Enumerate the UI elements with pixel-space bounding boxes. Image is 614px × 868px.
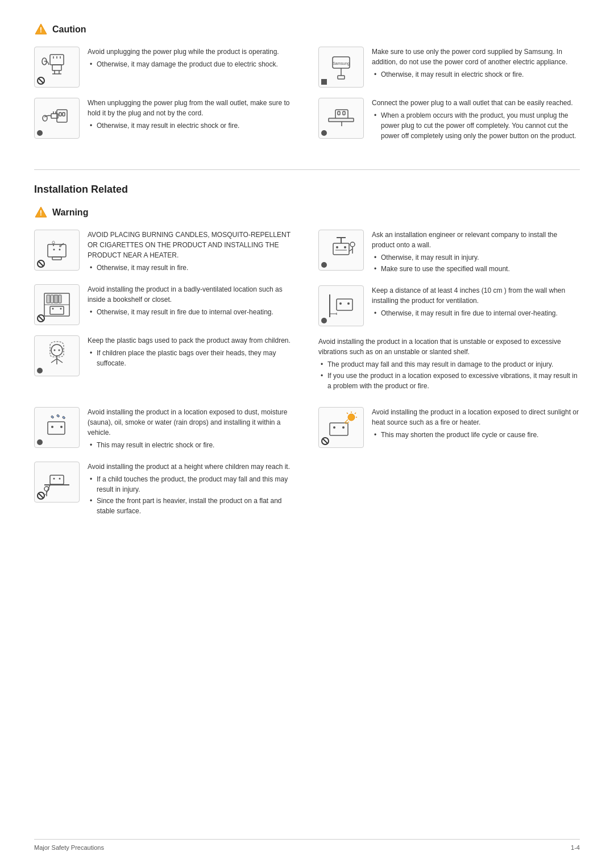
caution-block-1: Avoid unplugging the power plug while th… xyxy=(34,47,296,88)
no-symbol-w2 xyxy=(37,314,45,322)
caution-section: ! Caution xyxy=(34,23,580,152)
caution-title: Caution xyxy=(52,24,86,35)
svg-point-74 xyxy=(59,478,61,480)
warning-two-col-2: Avoid installing the product in a locati… xyxy=(34,407,580,528)
svg-rect-12 xyxy=(59,113,61,116)
warning-right-col: Ask an installation engineer or relevant… xyxy=(318,230,580,401)
warning-bullet-w4-1: This may result in electric shock or fir… xyxy=(88,440,296,450)
warning-block-w1: AVOID PLACING BURNING CANDLES, MOSQUITO-… xyxy=(34,230,296,274)
svg-rect-62 xyxy=(337,299,352,310)
svg-line-83 xyxy=(347,413,348,414)
svg-line-49 xyxy=(57,359,63,363)
svg-point-41 xyxy=(60,308,62,310)
plug-icon xyxy=(40,50,74,84)
caution-right-col: Samsung Make sure to use only the power … xyxy=(318,47,580,152)
svg-rect-43 xyxy=(51,295,53,303)
svg-point-35 xyxy=(53,249,55,251)
warning-block-wr3: Avoid installing the product in a locati… xyxy=(318,337,580,391)
warning-text-w1: AVOID PLACING BURNING CANDLES, MOSQUITO-… xyxy=(88,230,296,274)
caution-icon-1 xyxy=(34,47,80,88)
svg-rect-13 xyxy=(63,113,65,116)
warning-text-wr4: Avoid installing the product in a locati… xyxy=(372,407,580,441)
warning-title: Warning xyxy=(52,207,88,218)
warning-text-w2: Avoid installing the product in a badly-… xyxy=(88,284,296,318)
caution-icon-r1: Samsung xyxy=(318,47,364,88)
height-children-icon xyxy=(40,465,74,499)
warning-right-col-2: Avoid installing the product in a locati… xyxy=(318,407,580,528)
svg-rect-68 xyxy=(48,422,65,434)
warning-block-wr1: Ask an installation engineer or relevant… xyxy=(318,230,580,275)
dot-wr2 xyxy=(321,318,327,323)
warning-header: ! Warning xyxy=(34,206,580,219)
dot-w4 xyxy=(37,439,43,445)
svg-rect-2 xyxy=(50,55,64,65)
dot-r1 xyxy=(321,79,327,85)
warning-block-wr2: Keep a distance of at least 4 inches (10… xyxy=(318,285,580,326)
moisture-monitor-icon xyxy=(40,410,74,445)
caution-left-col: Avoid unplugging the power plug while th… xyxy=(34,47,296,152)
no-symbol-1 xyxy=(37,77,45,85)
warning-text-wr1-main: Ask an installation engineer or relevant… xyxy=(372,230,580,250)
warning-icon-wr2 xyxy=(318,285,364,326)
warning-bullet-wr3-1: The product may fall and this may result… xyxy=(318,359,580,369)
samsung-cord-icon: Samsung xyxy=(324,50,358,84)
warning-text-w4: Avoid installing the product in a locati… xyxy=(88,407,296,451)
caution-block-r1: Samsung Make sure to use only the power … xyxy=(318,47,580,88)
candle-monitor-icon xyxy=(40,233,74,267)
caution-text-r2-main: Connect the power plug to a wall outlet … xyxy=(372,98,580,108)
warning-bullet-w1-1: Otherwise, it may result in fire. xyxy=(88,263,296,273)
svg-point-54 xyxy=(344,246,346,248)
warning-block-wr4: Avoid installing the product in a locati… xyxy=(318,407,580,448)
dot-wr1 xyxy=(321,262,327,268)
dot-symbol-2 xyxy=(37,130,43,136)
svg-point-85 xyxy=(333,426,335,429)
warning-bullet-w3-1: If children place the plastic bags over … xyxy=(88,348,296,368)
svg-point-36 xyxy=(59,249,61,251)
warning-block-w4: Avoid installing the product in a locati… xyxy=(34,407,296,451)
bookshelf-monitor-icon xyxy=(40,288,74,322)
svg-rect-29 xyxy=(48,244,66,257)
warning-block-w5: Avoid installing the product at a height… xyxy=(34,462,296,517)
caution-icon: ! xyxy=(34,23,48,36)
warning-icon-wr4 xyxy=(318,407,364,448)
svg-rect-44 xyxy=(54,295,58,303)
warning-text-w2-main: Avoid installing the product in a badly-… xyxy=(88,284,296,305)
warning-text-w3: Keep the plastic bags used to pack the p… xyxy=(88,335,296,369)
caution-icon-2 xyxy=(34,98,80,139)
svg-rect-42 xyxy=(47,295,50,303)
svg-rect-39 xyxy=(50,306,64,314)
svg-rect-21 xyxy=(338,76,345,79)
svg-rect-25 xyxy=(343,111,345,115)
warning-text-wr2-main: Keep a distance of at least 4 inches (10… xyxy=(372,285,580,306)
svg-rect-72 xyxy=(50,475,64,484)
svg-rect-84 xyxy=(330,423,348,435)
warning-bullet-w5-1: If a child touches the product, the prod… xyxy=(88,474,296,495)
no-symbol-wr4 xyxy=(321,437,329,445)
svg-text:Samsung: Samsung xyxy=(333,61,350,66)
svg-point-40 xyxy=(52,308,54,310)
svg-rect-45 xyxy=(59,295,61,303)
svg-point-79 xyxy=(348,414,355,421)
caution-text-r1-main: Make sure to use only the power cord sup… xyxy=(372,47,580,67)
svg-point-53 xyxy=(336,246,338,248)
svg-rect-23 xyxy=(329,118,354,122)
warning-bullet-w2-1: Otherwise, it may result in fire due to … xyxy=(88,307,296,317)
page-footer: Major Safety Precautions 1-4 xyxy=(34,839,580,851)
no-symbol-w1 xyxy=(37,260,45,268)
caution-block-r2: Connect the power plug to a wall outlet … xyxy=(318,98,580,142)
footer-right: 1-4 xyxy=(571,844,580,851)
warning-triangle-icon: ! xyxy=(34,206,48,219)
warning-bullet-wr1-1: Otherwise, it may result in injury. xyxy=(372,252,580,263)
warning-left-col: AVOID PLACING BURNING CANDLES, MOSQUITO-… xyxy=(34,230,296,401)
svg-rect-6 xyxy=(52,65,61,70)
svg-line-81 xyxy=(355,413,356,414)
caution-text-r1: Make sure to use only the power cord sup… xyxy=(372,47,580,81)
caution-text-2: When unplugging the power plug from the … xyxy=(88,98,296,132)
warning-text-wr3-main: Avoid installing the product in a locati… xyxy=(318,337,580,357)
dot-w3 xyxy=(37,368,43,373)
ventilation-distance-icon xyxy=(324,289,358,323)
caution-text-2-main: When unplugging the power plug from the … xyxy=(88,98,296,118)
svg-text:!: ! xyxy=(40,26,42,34)
caution-bullet-1-1: Otherwise, it may damage the product due… xyxy=(88,59,296,69)
warning-text-w1-main: AVOID PLACING BURNING CANDLES, MOSQUITO-… xyxy=(88,230,296,260)
